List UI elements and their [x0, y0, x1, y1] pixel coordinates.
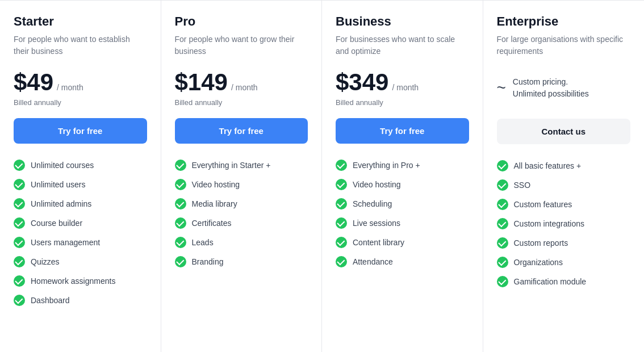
feature-item: Unlimited users: [14, 179, 147, 190]
feature-item: Course builder: [14, 217, 147, 229]
check-icon: [175, 237, 186, 248]
feature-item: Content library: [336, 237, 469, 248]
pricing-row: $49 / month: [14, 69, 147, 96]
plan-card-starter: Starter For people who want to establish…: [0, 1, 161, 352]
check-icon: [14, 160, 25, 171]
features-list: Everything in Pro + Video hosting Schedu…: [336, 160, 469, 267]
pricing-row: $349 / month: [336, 69, 469, 96]
price: $149: [175, 69, 228, 96]
check-icon: [14, 217, 25, 229]
feature-text: Everything in Pro +: [353, 161, 420, 170]
per-month: / month: [57, 83, 83, 92]
feature-item: Homework assignments: [14, 275, 147, 287]
feature-item: Everything in Starter +: [175, 160, 308, 171]
check-icon: [175, 179, 186, 190]
check-icon: [336, 198, 347, 209]
plan-card-pro: Pro For people who want to grow their bu…: [161, 1, 323, 352]
price: $49: [14, 69, 53, 96]
feature-item: Live sessions: [336, 217, 469, 229]
check-icon: [497, 160, 508, 171]
plan-name: Pro: [175, 14, 308, 29]
check-icon: [336, 179, 347, 190]
check-icon: [497, 218, 508, 229]
feature-item: All basic features +: [497, 160, 631, 171]
plan-description: For large organisations with specific re…: [497, 33, 631, 57]
feature-text: Live sessions: [353, 219, 400, 228]
feature-item: Unlimited admins: [14, 198, 147, 209]
plan-card-enterprise: Enterprise For large organisations with …: [483, 1, 645, 352]
features-list: Everything in Starter + Video hosting Me…: [175, 160, 308, 267]
check-icon: [336, 217, 347, 229]
feature-text: Attendance: [353, 257, 393, 266]
check-icon: [497, 199, 508, 210]
per-month: / month: [392, 83, 419, 92]
feature-text: All basic features +: [514, 161, 582, 170]
feature-item: Scheduling: [336, 198, 469, 209]
plan-description: For people who want to establish their b…: [14, 33, 147, 57]
check-icon: [336, 237, 347, 248]
billed-annually: Billed annually: [175, 98, 308, 107]
price: $349: [336, 69, 388, 96]
check-icon: [175, 256, 186, 267]
feature-text: Content library: [353, 238, 404, 247]
feature-text: Branding: [192, 257, 224, 266]
plan-description: For people who want to grow their busine…: [175, 33, 308, 57]
feature-text: Media library: [192, 199, 237, 208]
check-icon: [14, 295, 25, 306]
plan-name: Business: [336, 14, 469, 29]
feature-text: Unlimited courses: [31, 161, 94, 170]
check-icon: [175, 160, 186, 171]
cta-button-starter[interactable]: Try for free: [14, 118, 147, 144]
check-icon: [14, 198, 25, 209]
tilde-icon: ~: [497, 79, 506, 97]
check-icon: [14, 237, 25, 248]
feature-text: Homework assignments: [31, 276, 115, 286]
cta-button-enterprise[interactable]: Contact us: [497, 119, 631, 144]
check-icon: [175, 217, 186, 229]
custom-pricing-row: ~ Custom pricing.Unlimited possibilities: [497, 69, 631, 107]
check-icon: [497, 257, 508, 268]
feature-item: Custom reports: [497, 237, 631, 249]
feature-item: Organizations: [497, 257, 631, 268]
cta-button-business[interactable]: Try for free: [336, 118, 469, 144]
feature-text: Scheduling: [353, 199, 392, 208]
pricing-row: $149 / month: [175, 69, 308, 96]
feature-item: Users management: [14, 237, 147, 248]
feature-text: SSO: [514, 181, 531, 190]
check-icon: [14, 256, 25, 267]
feature-text: Gamification module: [514, 277, 587, 286]
feature-text: Unlimited users: [31, 180, 85, 189]
feature-item: Attendance: [336, 256, 469, 267]
check-icon: [497, 276, 508, 287]
feature-text: Certificates: [192, 219, 232, 228]
feature-text: Video hosting: [192, 180, 240, 189]
per-month: / month: [231, 83, 258, 92]
billed-annually: Billed annually: [14, 98, 147, 107]
feature-item: Custom features: [497, 199, 631, 210]
pricing-grid: Starter For people who want to establish…: [0, 0, 644, 352]
plan-card-business: Business For businesses who want to scal…: [322, 1, 483, 352]
cta-button-pro[interactable]: Try for free: [175, 118, 308, 144]
feature-text: Leads: [192, 238, 214, 247]
plan-description: For businesses who want to scale and opt…: [336, 33, 469, 57]
check-icon: [14, 275, 25, 287]
check-icon: [14, 179, 25, 190]
features-list: Unlimited courses Unlimited users Unlimi…: [14, 160, 147, 306]
feature-text: Quizzes: [31, 257, 60, 266]
billed-annually: Billed annually: [336, 98, 469, 107]
feature-item: Unlimited courses: [14, 160, 147, 171]
check-icon: [175, 198, 186, 209]
feature-item: Everything in Pro +: [336, 160, 469, 171]
feature-text: Custom features: [514, 200, 572, 209]
check-icon: [497, 179, 508, 191]
feature-text: Custom integrations: [514, 219, 585, 228]
feature-text: Everything in Starter +: [192, 161, 271, 170]
features-list: All basic features + SSO Custom features…: [497, 160, 631, 287]
check-icon: [336, 160, 347, 171]
feature-text: Dashboard: [31, 296, 70, 305]
feature-text: Organizations: [514, 258, 563, 267]
feature-item: Custom integrations: [497, 218, 631, 229]
feature-item: Video hosting: [336, 179, 469, 190]
feature-text: Course builder: [31, 219, 82, 228]
feature-item: SSO: [497, 179, 631, 191]
